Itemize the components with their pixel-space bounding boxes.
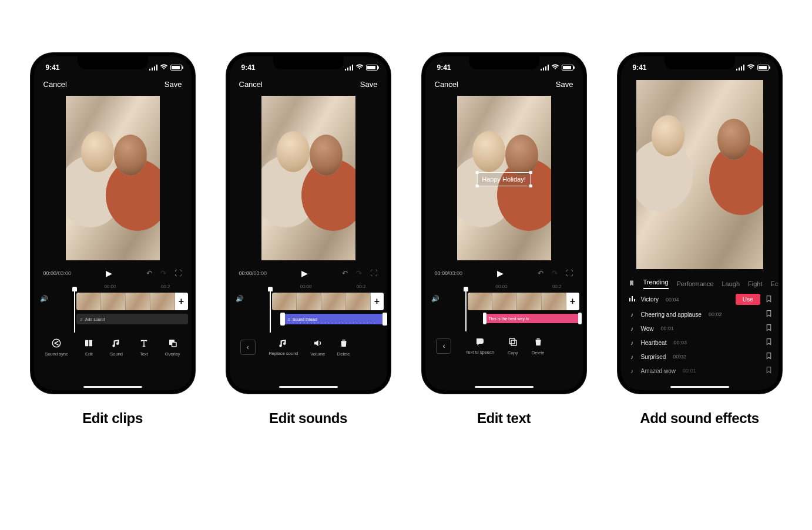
resize-handle[interactable] [475,185,478,187]
clip-thumb[interactable] [272,293,297,310]
sound-track-selected[interactable]: ♫ Sound thread [284,314,384,324]
fullscreen-button[interactable]: ⛶ [370,269,377,277]
tool-delete[interactable]: Delete [337,337,350,357]
volume-icon[interactable]: 🔊 [431,295,439,303]
tool-copy[interactable]: Copy [507,336,519,355]
cancel-button[interactable]: Cancel [435,80,458,89]
clip-thumb[interactable] [297,293,321,310]
clip-thumb[interactable] [542,293,566,310]
fullscreen-button[interactable]: ⛶ [175,269,182,277]
video-preview[interactable] [261,96,355,260]
tab-performance[interactable]: Performance [677,280,714,287]
use-sound-button[interactable]: Use [736,294,760,305]
trim-handle-right[interactable] [578,313,582,324]
clip-thumb[interactable] [150,293,175,310]
tab-more[interactable]: Ec [771,280,779,287]
clip-strip[interactable]: + [468,293,579,310]
trim-handle-left[interactable] [280,313,285,326]
sound-track-label: Sound thread [293,317,317,321]
undo-button[interactable]: ↶ [342,269,348,277]
back-button[interactable]: ‹ [240,340,256,355]
save-button[interactable]: Save [360,80,378,89]
tool-sound-sync[interactable]: Sound sync [45,337,68,357]
clip-thumb[interactable] [517,293,542,310]
bookmark-icon[interactable] [765,338,773,347]
add-clip-button[interactable]: + [175,293,188,310]
svg-rect-2 [89,340,92,347]
tool-replace-sound[interactable]: Replace sound [269,337,298,357]
clip-strip[interactable]: + [76,293,188,310]
add-clip-button[interactable]: + [371,293,384,310]
tool-overlay[interactable]: Overlay [165,337,180,357]
editor-top-bar: Cancel Save [425,74,583,93]
fullscreen-button[interactable]: ⛶ [566,269,573,277]
play-button[interactable]: ▶ [106,269,112,278]
timeline[interactable]: 🔊 + ♫ Sound thread [230,290,387,328]
wifi-icon [160,63,168,72]
clip-thumb[interactable] [126,293,150,310]
resize-handle[interactable] [475,171,478,174]
playhead[interactable] [270,289,271,333]
clip-strip[interactable]: + [272,293,384,310]
bookmark-icon[interactable] [765,366,773,375]
trim-handle-right[interactable] [382,313,387,326]
bookmark-icon[interactable] [765,295,773,304]
bookmark-filter-icon[interactable] [628,280,635,289]
sound-item[interactable]: Victory 00:04 Use [628,294,773,305]
cancel-button[interactable]: Cancel [239,80,263,89]
save-button[interactable]: Save [556,80,573,89]
clip-thumb[interactable] [76,293,101,310]
add-sound-track[interactable]: ♫ Add sound [76,314,188,324]
video-preview[interactable] [66,96,160,260]
bookmark-icon[interactable] [765,324,773,333]
volume-icon[interactable]: 🔊 [236,295,244,303]
tab-fight[interactable]: Fight [748,280,762,287]
sound-item[interactable]: ♪ Heartbeat 00:03 [628,338,773,347]
volume-icon[interactable]: 🔊 [40,295,48,303]
clip-thumb[interactable] [346,293,371,310]
back-button[interactable]: ‹ [436,338,451,354]
tool-text[interactable]: Text [138,337,150,357]
timeline[interactable]: 🔊 + This is the best way to [425,290,583,327]
tab-laugh[interactable]: Laugh [722,280,740,287]
bookmark-icon[interactable] [765,310,773,319]
undo-button[interactable]: ↶ [538,269,543,277]
clip-thumb[interactable] [101,293,126,310]
sound-item[interactable]: ♪ Surprised 00:02 [628,352,773,361]
sound-item[interactable]: ♪ Cheering and applause 00:02 [628,310,773,319]
add-clip-button[interactable]: + [566,293,579,310]
tool-delete[interactable]: Delete [532,336,545,355]
play-button[interactable]: ▶ [301,269,308,278]
trim-handle-left[interactable] [483,313,486,324]
video-preview[interactable] [636,80,763,269]
resize-handle[interactable] [529,171,532,174]
tool-edit[interactable]: Edit [83,337,95,357]
resize-handle[interactable] [529,185,532,187]
save-button[interactable]: Save [165,80,182,89]
clip-thumb[interactable] [492,293,517,310]
sound-item[interactable]: ♪ Amazed wow 00:01 [628,366,773,375]
redo-button[interactable]: ↷ [552,269,558,277]
timeline[interactable]: 🔊 + ♫ Add sound [34,290,192,328]
sound-item[interactable]: ♪ Wow 00:01 [628,324,773,333]
video-preview[interactable]: Happy Holiday! [457,96,551,260]
playhead[interactable] [74,289,75,333]
text-track-selected[interactable]: This is the best way to [485,314,579,323]
text-overlay[interactable]: Happy Holiday! [477,172,531,186]
time-current: 00:00 [239,270,253,276]
clip-thumb[interactable] [321,293,346,310]
tab-trending[interactable]: Trending [643,279,669,289]
undo-button[interactable]: ↶ [146,269,152,277]
video-preview-area [230,93,387,265]
play-button[interactable]: ▶ [497,269,504,278]
playhead[interactable] [465,289,467,331]
bookmark-icon[interactable] [765,352,773,361]
redo-button[interactable]: ↷ [356,269,362,277]
tool-sound[interactable]: Sound [110,337,123,357]
tool-text-to-speech[interactable]: Text to speech [465,336,494,355]
battery-icon [757,65,769,71]
redo-button[interactable]: ↷ [160,269,166,277]
clip-thumb[interactable] [468,293,492,310]
cancel-button[interactable]: Cancel [43,80,67,89]
tool-volume[interactable]: Volume [310,337,325,357]
